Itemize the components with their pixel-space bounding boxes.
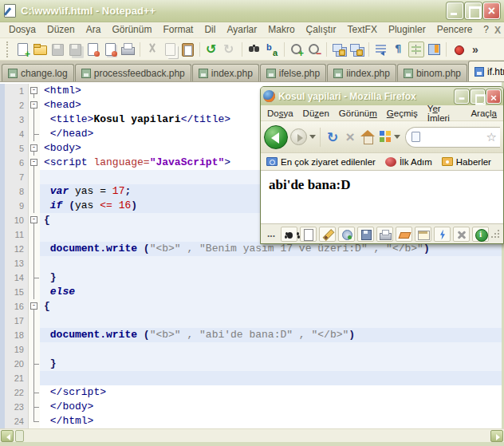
- menu-dosya[interactable]: Dosya: [3, 22, 41, 37]
- firefox-titlebar[interactable]: Kosul yapilari - Mozilla Firefox: [261, 87, 503, 105]
- print-icon[interactable]: [120, 41, 136, 57]
- reload-button[interactable]: ↻: [325, 129, 341, 145]
- code-text[interactable]: [40, 314, 502, 328]
- window-icon[interactable]: [415, 227, 431, 242]
- tab-processfeedback-php[interactable]: processfeedback.php: [75, 64, 191, 81]
- bookmark-i-lk-ad-m[interactable]: İlk Adım: [385, 157, 432, 167]
- record-macro-icon[interactable]: [451, 41, 467, 57]
- minimize-button[interactable]: [447, 2, 463, 19]
- print-icon[interactable]: [376, 227, 393, 242]
- bug-icon[interactable]: [281, 227, 297, 242]
- fold-marker[interactable]: -: [29, 84, 40, 98]
- forward-button[interactable]: [290, 128, 307, 145]
- firefox-menu-yer-i-mleri[interactable]: Yer İmleri: [423, 104, 467, 123]
- home-button[interactable]: [360, 130, 376, 144]
- indent-guide-icon[interactable]: [408, 41, 424, 57]
- notepadpp-titlebar[interactable]: C:\www\if.html - Notepad++: [0, 0, 504, 22]
- find-icon[interactable]: [246, 41, 262, 57]
- code-text[interactable]: {: [40, 299, 502, 314]
- tab-binom-php[interactable]: binom.php: [397, 64, 467, 81]
- firefox-minimize-button[interactable]: [455, 89, 469, 104]
- doc-map-icon[interactable]: [426, 41, 442, 57]
- code-text[interactable]: [40, 256, 502, 270]
- tab-index-php[interactable]: index.php: [192, 64, 259, 81]
- location-bar[interactable]: ☆: [405, 127, 500, 148]
- info-icon[interactable]: [472, 227, 489, 242]
- stop-button[interactable]: ×: [343, 129, 357, 145]
- firefox-menu-d-zen[interactable]: Düzen: [298, 109, 334, 118]
- fold-marker[interactable]: -: [29, 299, 40, 314]
- close-all-icon[interactable]: [102, 41, 118, 57]
- menu-al-t-r[interactable]: Çalıştır: [301, 22, 342, 37]
- menubar-close-icon[interactable]: X: [494, 25, 504, 36]
- open-file-icon[interactable]: [32, 41, 48, 57]
- zoom-out-icon[interactable]: [306, 41, 322, 57]
- pencil-icon[interactable]: [319, 227, 336, 242]
- tab-change-log[interactable]: change.log: [2, 64, 74, 81]
- menu-item[interactable]: ?: [478, 22, 494, 37]
- horizontal-scrollbar[interactable]: [0, 428, 504, 442]
- firefox-maximize-button[interactable]: [471, 89, 485, 104]
- sync-horizontal-icon[interactable]: [348, 41, 364, 57]
- globe-icon[interactable]: [338, 227, 355, 242]
- menu-dil[interactable]: Dil: [199, 22, 221, 37]
- bookmark-en-ok-ziyaret-edilenler[interactable]: En çok ziyaret edilenler: [266, 157, 376, 167]
- save-icon[interactable]: [49, 41, 65, 57]
- scroll-right-icon[interactable]: [490, 430, 503, 442]
- forward-dropdown-icon[interactable]: [309, 135, 316, 142]
- code-text[interactable]: [40, 342, 502, 357]
- lightning-icon[interactable]: [434, 227, 451, 242]
- new-file-icon[interactable]: [14, 41, 30, 57]
- paste-icon[interactable]: [179, 41, 195, 57]
- firefox-close-button[interactable]: [486, 89, 501, 104]
- toolbar-overflow-icon[interactable]: »: [472, 43, 478, 56]
- code-text[interactable]: [40, 371, 502, 385]
- menu-ayarlar[interactable]: Ayarlar: [221, 22, 262, 37]
- tools-icon[interactable]: [453, 227, 470, 242]
- close-icon[interactable]: [85, 41, 100, 57]
- back-button[interactable]: [264, 125, 288, 149]
- word-wrap-icon[interactable]: [373, 41, 389, 57]
- fold-marker[interactable]: -: [29, 213, 40, 227]
- menu-g-r-n-m[interactable]: Görünüm: [106, 22, 157, 37]
- code-text[interactable]: document.write ("<b>" , "abi'de bana:D" …: [40, 328, 502, 342]
- menu-pencere[interactable]: Pencere: [431, 22, 478, 37]
- eraser-icon[interactable]: [396, 227, 412, 242]
- save-all-icon[interactable]: [67, 41, 83, 57]
- menu-format[interactable]: Format: [157, 22, 199, 37]
- menu-ara[interactable]: Ara: [81, 22, 107, 37]
- toolbar-grip[interactable]: [6, 41, 9, 57]
- menu-textfx[interactable]: TextFX: [342, 22, 383, 37]
- code-text[interactable]: else: [40, 285, 502, 299]
- scroll-left-icon[interactable]: [1, 430, 14, 442]
- firefox-menu-ara-la[interactable]: Araçla: [466, 109, 502, 118]
- close-button[interactable]: [483, 2, 500, 19]
- menu-d-zen[interactable]: Düzen: [41, 22, 81, 37]
- resize-grip-icon[interactable]: [491, 229, 500, 239]
- fold-marker[interactable]: -: [29, 98, 40, 112]
- save-icon[interactable]: [357, 227, 374, 242]
- firefox-menu-dosya[interactable]: Dosya: [262, 109, 298, 118]
- fold-marker[interactable]: -: [29, 156, 40, 170]
- code-text[interactable]: </html>: [40, 414, 502, 428]
- sync-vertical-icon[interactable]: [331, 41, 347, 57]
- scrollbar-thumb[interactable]: [15, 430, 24, 442]
- code-text[interactable]: </body>: [40, 400, 502, 414]
- menu-makro[interactable]: Makro: [262, 22, 300, 37]
- menu-pluginler[interactable]: Pluginler: [383, 22, 431, 37]
- undo-icon[interactable]: [204, 41, 220, 57]
- grid-dropdown-icon[interactable]: [394, 135, 400, 142]
- bookmark-star-icon[interactable]: ☆: [486, 132, 497, 142]
- zoom-in-icon[interactable]: [289, 41, 305, 57]
- statusbar-ellipsis[interactable]: ...: [264, 228, 278, 239]
- code-text[interactable]: </script>: [40, 385, 502, 400]
- firefox-menu-g-r-n-m[interactable]: Görünüm: [334, 109, 382, 118]
- cut-icon[interactable]: [144, 41, 160, 57]
- code-text[interactable]: }: [40, 270, 502, 285]
- show-symbols-icon[interactable]: [391, 41, 407, 57]
- tab-ifelse-php[interactable]: ifelse.php: [260, 64, 326, 81]
- maximize-button[interactable]: [465, 2, 482, 19]
- bookmark-haberler[interactable]: Haberler: [442, 157, 491, 167]
- bookmarks-grid-icon[interactable]: [380, 131, 392, 143]
- tab-iindex-php[interactable]: iindex.php: [327, 64, 396, 81]
